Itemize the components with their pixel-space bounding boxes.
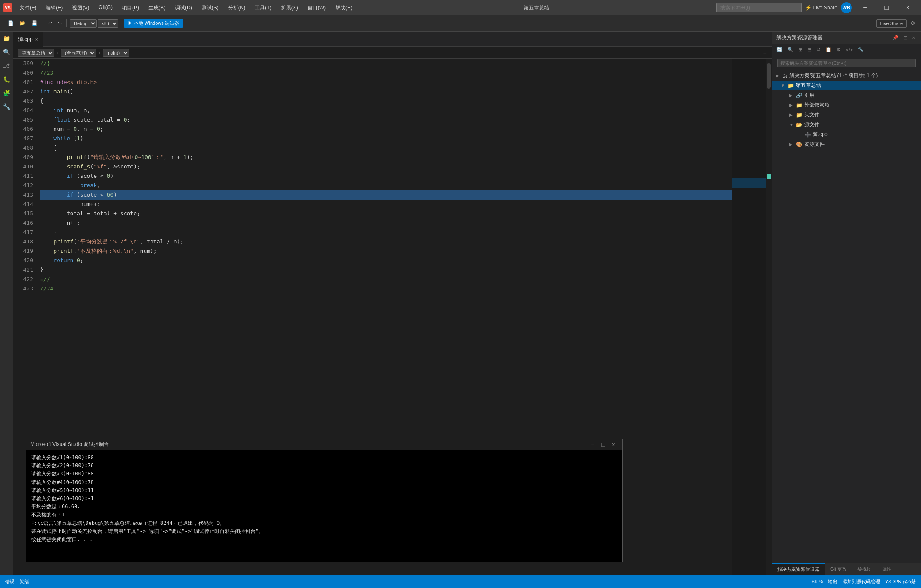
solution-search[interactable] [777,59,916,67]
menu-edit[interactable]: 编辑(E) [41,3,67,13]
breadcrumb-scope[interactable]: 第五章总结 [18,49,54,57]
console-line: 平均分数是：66.60. [31,503,617,511]
tools-panel-btn[interactable]: 🔧 [856,46,866,53]
live-share-toolbar-btn[interactable]: Live Share [876,19,907,28]
editor-tab-source[interactable]: 源.cpp × [13,32,43,47]
console-title-text: Microsoft Visual Studio 调试控制台 [30,441,109,448]
console-line: 请输入分数#4(0~100):78 [31,478,617,487]
platform-dropdown[interactable]: x86 [98,19,118,28]
toolbar-file-group: 📄 📂 💾 [3,19,42,27]
external-deps-node[interactable]: ▶ 📁 外部依赖项 [772,100,921,110]
source-files-node[interactable]: ▼ 📂 源文件 [772,120,921,130]
config-dropdown[interactable]: Debug [70,19,97,28]
code-btn[interactable]: </> [844,46,854,53]
tab-properties[interactable]: 属性 [877,563,897,575]
console-line: 请输入分数#2(0~100):76 [31,462,617,470]
panel-bottom-tabs: 解决方案资源管理器 Git 更改 类视图 属性 [772,563,921,575]
toolbar-edit-group: ↩ ↪ [44,19,67,27]
breadcrumb-function[interactable]: main() [103,49,129,57]
minimize-button[interactable]: − [855,0,875,15]
config-panel-btn[interactable]: ⚙ [835,46,843,53]
run-button[interactable]: ▶ 本地 Windows 调试器 [124,19,183,28]
filter-btn[interactable]: 🔍 [786,46,795,53]
sidebar-explorer-icon[interactable]: 📁 [1,33,12,43]
menu-extensions[interactable]: 扩展(X) [277,3,302,13]
project-node[interactable]: ▼ 📁 第五章总结 [772,81,921,90]
sidebar-search-icon[interactable]: 🔍 [1,47,12,57]
resources-node[interactable]: ▶ 🎨 资源文件 [772,139,921,149]
save-btn[interactable]: 💾 [29,19,40,27]
refresh-btn[interactable]: ↺ [815,46,822,53]
ref-arrow: ▶ [789,93,794,98]
expand-btn[interactable]: ⊞ [797,46,804,53]
tab-solution-explorer[interactable]: 解决方案资源管理器 [772,563,825,575]
open-btn[interactable]: 📂 [17,19,28,27]
sidebar-git-icon[interactable]: ⎇ [1,61,12,71]
menu-debug[interactable]: 调试(D) [171,3,197,13]
tab-git-changes[interactable]: Git 更改 [825,563,852,575]
menu-tools[interactable]: 工具(T) [250,3,275,13]
solution-tree: ▶ 🗂 解决方案'第五章总结'(1 个项目/共 1 个) ▼ 📁 第五章总结 ▶… [772,71,921,563]
title-project-name: 第五章总结 [524,4,549,12]
sync-btn[interactable]: 🔄 [775,46,784,53]
toolbar: 📄 📂 💾 ↩ ↪ Debug x86 ▶ 本地 Windows 调试器 Liv… [0,15,921,32]
code-line: num++; [40,200,732,209]
pin-btn[interactable]: 📌 [891,34,900,41]
console-maximize-btn[interactable]: □ [599,441,607,448]
maximize-button[interactable]: □ [877,0,896,15]
breadcrumb-range[interactable]: (全局范围) [61,49,96,57]
code-line: num = 0, n = 0; [40,125,732,134]
solution-explorer-title: 解决方案资源管理器 📌 ⊡ × [772,32,921,44]
res-label: 资源文件 [804,141,825,148]
headers-node[interactable]: ▶ 📁 头文件 [772,110,921,120]
status-zoom[interactable]: 69 % [812,579,823,584]
global-search[interactable] [716,3,802,12]
menu-help[interactable]: 帮助(H) [331,3,357,13]
menu-git[interactable]: Git(G) [94,3,117,13]
collapse-btn[interactable]: ⊟ [806,46,813,53]
live-share-button[interactable]: ⚡ Live Share [805,5,837,11]
scroll-thumb[interactable] [767,63,771,89]
menu-file[interactable]: 文件(F) [15,3,41,13]
status-output[interactable]: 输出 [828,579,837,585]
references-node[interactable]: ▶ 🔗 引用 [772,90,921,100]
tab-class-view[interactable]: 类视图 [852,563,877,575]
float-btn[interactable]: ⊡ [902,34,909,41]
tab-close-btn[interactable]: × [35,37,38,42]
scrollbar[interactable] [766,59,772,575]
code-line: break; [40,181,732,190]
sidebar-debug-icon[interactable]: 🐛 [1,74,12,84]
console-minimize-btn[interactable]: − [588,441,597,448]
console-close-btn[interactable]: × [609,441,618,448]
status-source-control[interactable]: 添加到源代码管理 [843,579,880,585]
properties-btn[interactable]: 📋 [824,46,833,53]
close-button[interactable]: × [898,0,918,15]
undo-btn[interactable]: ↩ [46,19,55,27]
minimap-cursor [732,178,766,188]
cpp-icon: ➕ [805,132,811,138]
new-file-btn[interactable]: 📄 [5,19,16,27]
solution-node[interactable]: ▶ 🗂 解决方案'第五章总结'(1 个项目/共 1 个) [772,71,921,81]
menu-build[interactable]: 生成(B) [144,3,170,13]
status-ready[interactable]: 就绪 [20,579,29,585]
menu-window[interactable]: 窗口(W) [303,3,330,13]
code-line: scanf_s("%f", &scote); [40,162,732,171]
sidebar-extensions-icon[interactable]: 🧩 [1,88,12,98]
panel-title-controls: 📌 ⊡ × [891,34,917,41]
status-user[interactable]: YSDPN @Zi菇 [885,579,916,585]
settings-icon[interactable]: ⚙ [908,19,918,27]
menu-view[interactable]: 视图(V) [68,3,93,13]
source-cpp-node[interactable]: ➕ 源.cpp [772,130,921,139]
menu-project[interactable]: 项目(P) [118,3,143,13]
status-errors[interactable]: 错误 [5,579,14,585]
bookmark-mark [767,174,771,179]
menu-analyze[interactable]: 分析(N) [224,3,250,13]
redo-btn[interactable]: ↪ [55,19,64,27]
sidebar-tools-icon[interactable]: 🔧 [1,101,12,112]
console-title-bar: Microsoft Visual Studio 调试控制台 − □ × [26,439,622,450]
menu-test[interactable]: 测试(S) [197,3,223,13]
close-panel-btn[interactable]: × [911,34,917,41]
solution-icon: 🗂 [782,73,788,79]
breadcrumb-add-btn[interactable]: + [763,49,767,56]
solution-explorer-panel: 解决方案资源管理器 📌 ⊡ × 🔄 🔍 ⊞ ⊟ ↺ 📋 ⚙ </> 🔧 [772,32,921,575]
